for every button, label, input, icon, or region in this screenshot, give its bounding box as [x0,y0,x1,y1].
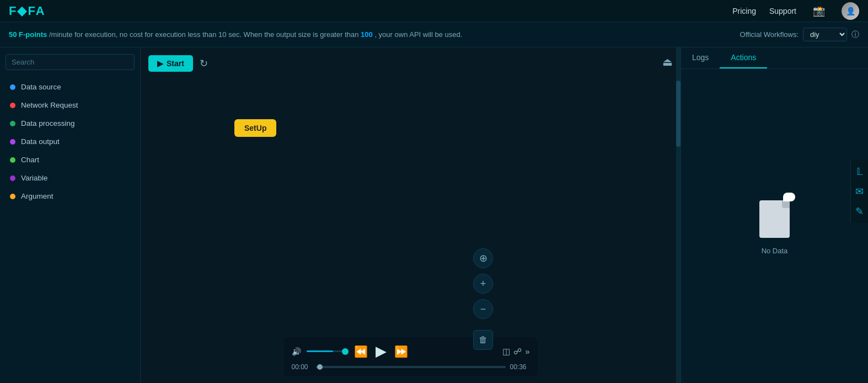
sidebar-item-network-request[interactable]: Network Request [6,97,135,113]
start-button[interactable]: ▶ Start [148,55,193,72]
play-triangle-icon: ▶ [157,59,163,68]
power-button[interactable]: ⏏ [662,55,673,68]
official-workflows-select[interactable]: diy custom default [803,28,847,41]
sidebar-label-variable: Variable [21,174,48,182]
panel-tabs: Logs Actions [681,47,868,69]
right-panel: Logs Actions No Data [681,47,868,383]
info-icon[interactable]: ⓘ [851,30,859,40]
no-data-icon [756,197,794,241]
sidebar-item-argument[interactable]: Argument [6,188,135,204]
fast-forward-button[interactable]: ⏩ [392,344,410,359]
progress-bar[interactable] [316,366,506,368]
banner-text-middle: /minute for execution, no cost for execu… [49,30,361,39]
sidebar-label-output: Data output [21,137,60,146]
video-player: 🔊 ⏪ ▶ ⏩ ◫ ☍ » 00:00 [284,337,538,376]
sidebar-item-datasource[interactable]: Data source [6,79,135,95]
sidebar-item-chart[interactable]: Chart [6,152,135,168]
screen-icons: ◫ ☍ » [502,347,529,357]
time-total: 00:36 [510,363,530,371]
sidebar: Data source Network Request Data process… [0,47,141,383]
progress-fill [316,366,506,368]
twitter-icon[interactable]: 𝕃 [855,166,864,178]
setup-label: SetUp [244,124,266,132]
edit-icon[interactable]: ✎ [855,205,864,217]
dot-network [10,103,15,108]
canvas-scrollbar-thumb[interactable] [676,81,681,147]
setup-block[interactable]: SetUp [234,119,276,137]
banner-text: 50 F-points /minute for execution, no co… [9,30,462,39]
banner-text-suffix: , your own API will be used. [374,30,462,39]
no-data-text: No Data [762,247,788,255]
dot-datasource [10,84,15,90]
crosshair-button[interactable]: ⊕ [473,248,493,268]
chat-bubble-icon [783,193,795,201]
progress-thumb[interactable] [317,364,323,370]
official-workflows: Official Workflows: diy custom default ⓘ [740,28,859,41]
sidebar-item-data-output[interactable]: Data output [6,134,135,150]
header: F◆FA Pricing Support 📸 👤 [0,0,868,22]
pricing-link[interactable]: Pricing [732,7,756,15]
dot-processing [10,121,15,126]
zoom-in-button[interactable]: + [473,274,493,294]
progress-row: 00:00 00:36 [292,363,530,371]
logo: F◆FA [9,4,46,18]
delete-button[interactable]: 🗑 [473,330,493,350]
more-button[interactable]: » [525,347,529,357]
zoom-out-button[interactable]: − [473,299,493,319]
fpoints-highlight: 50 F-points [9,30,47,39]
refresh-button[interactable]: ↻ [197,55,210,72]
banner-num-highlight: 100 [361,30,373,39]
document-icon [759,200,790,238]
dot-argument [10,194,15,199]
sidebar-label-argument: Argument [21,192,53,200]
search-input[interactable] [6,54,135,70]
header-nav: Pricing Support 📸 👤 [732,2,859,20]
avatar[interactable]: 👤 [842,2,859,20]
toolbar: ▶ Start ↻ [148,55,210,72]
time-current: 00:00 [292,363,312,371]
screen-button[interactable]: ◫ [502,347,510,357]
sidebar-label-datasource: Data source [21,83,61,91]
panel-content: No Data [681,69,868,383]
sidebar-label-chart: Chart [21,156,39,164]
volume-icon: 🔊 [292,347,301,356]
sidebar-label-network: Network Request [21,101,78,109]
sidebar-label-processing: Data processing [21,119,75,127]
player-controls: 🔊 ⏪ ▶ ⏩ ◫ ☍ » [292,343,530,360]
email-icon[interactable]: ✉ [855,185,864,198]
dot-variable [10,175,15,181]
dot-chart [10,157,15,163]
dot-output [10,139,15,145]
official-workflows-label: Official Workflows: [740,30,799,39]
sidebar-item-variable[interactable]: Variable [6,170,135,186]
play-pause-button[interactable]: ▶ [376,343,387,360]
sidebar-item-data-processing[interactable]: Data processing [6,115,135,131]
social-sidebar: 𝕃 ✉ ✎ [850,160,868,223]
main-layout: Data source Network Request Data process… [0,47,868,383]
rewind-button[interactable]: ⏪ [352,344,370,359]
volume-bar[interactable] [307,350,346,352]
canvas-scrollbar[interactable] [676,47,681,383]
banner: 50 F-points /minute for execution, no co… [0,22,868,47]
tab-logs[interactable]: Logs [681,47,720,68]
start-label: Start [167,59,184,68]
notifications-icon[interactable]: 📸 [810,4,828,18]
fab-panel: ⊕ + − 🗑 [473,248,493,350]
tab-actions[interactable]: Actions [720,47,767,68]
support-link[interactable]: Support [769,7,796,15]
canvas-area: ▶ Start ↻ ⏏ SetUp ⊕ + − 🗑 🔊 [141,47,681,383]
pip-button[interactable]: ☍ [513,347,522,357]
